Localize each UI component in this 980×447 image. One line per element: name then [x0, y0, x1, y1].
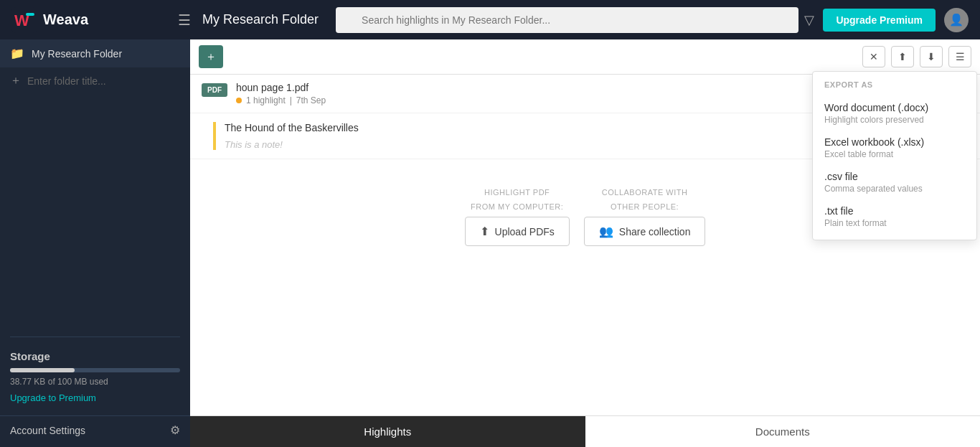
storage-label: Storage	[10, 350, 180, 362]
export-csv-item[interactable]: .csv file Comma separated values	[813, 165, 976, 199]
download-cloud-button[interactable]: ⬇	[920, 46, 943, 67]
export-csv-title: .csv file	[824, 171, 965, 182]
upload-pdfs-button[interactable]: ⬆ Upload PDFs	[465, 217, 570, 246]
export-dropdown: EXPORT AS Word document (.docx) Highligh…	[812, 71, 977, 240]
storage-bar-fill	[10, 368, 75, 372]
upload-label-line1: HIGHLIGHT PDF	[465, 188, 570, 197]
export-txt-subtitle: Plain text format	[824, 218, 965, 228]
add-doc-icon: ＋	[205, 50, 217, 65]
search-input[interactable]	[336, 7, 798, 33]
export-excel-item[interactable]: Excel workbook (.xlsx) Excel table forma…	[813, 131, 976, 165]
upload-pdf-group: HIGHLIGHT PDF FROM MY COMPUTER: ⬆ Upload…	[465, 188, 570, 246]
export-txt-item[interactable]: .txt file Plain text format	[813, 199, 976, 234]
logo-area: W Weava	[11, 7, 169, 33]
action-buttons-row: HIGHLIGHT PDF FROM MY COMPUTER: ⬆ Upload…	[465, 188, 706, 246]
export-header: EXPORT AS	[813, 80, 976, 96]
page-title: My Research Folder	[202, 12, 319, 27]
upgrade-premium-button[interactable]: Upgrade Premium	[823, 9, 936, 32]
top-bar: W Weava ☰ My Research Folder 🔍 ▽ Upgrade…	[0, 0, 980, 39]
highlight-dot	[236, 98, 242, 103]
upload-cloud-icon: ⬆	[898, 51, 907, 62]
pdf-badge: PDF	[202, 83, 227, 97]
gear-icon[interactable]: ⚙	[170, 423, 180, 437]
sort-button[interactable]: ☰	[948, 46, 971, 67]
upload-pdfs-label: Upload PDFs	[495, 226, 555, 237]
export-txt-title: .txt file	[824, 205, 965, 217]
share-collection-icon: 👥	[599, 225, 613, 238]
content-area: ＋ ✕ ⬆ ⬇ ☰ EXPORT AS Word document (.docx…	[190, 39, 980, 447]
share-collection-label: Share collection	[619, 226, 691, 237]
export-excel-title: Excel workbook (.xlsx)	[824, 136, 965, 148]
share-collection-button[interactable]: 👥 Share collection	[584, 217, 706, 246]
sidebar-item-my-research-folder[interactable]: 📁 My Research Folder	[0, 39, 190, 67]
upload-label-line2: FROM MY COMPUTER:	[465, 202, 570, 211]
upload-cloud-button[interactable]: ⬆	[891, 46, 914, 67]
add-folder-row[interactable]: ＋	[0, 67, 190, 94]
share-label-line2: OTHER PEOPLE:	[584, 202, 706, 211]
avatar: 👤	[944, 8, 969, 32]
sort-icon: ☰	[956, 51, 965, 62]
close-icon: ✕	[870, 51, 878, 62]
add-folder-icon: ＋	[10, 73, 22, 88]
app-name: Weava	[43, 11, 88, 28]
bottom-tabs: Highlights Documents	[190, 415, 980, 447]
main-layout: 📁 My Research Folder ＋ Storage 38.77 KB …	[0, 39, 980, 447]
sidebar: 📁 My Research Folder ＋ Storage 38.77 KB …	[0, 39, 190, 447]
download-cloud-icon: ⬇	[927, 51, 936, 62]
storage-used-text: 38.77 KB of 100 MB used	[10, 377, 180, 387]
export-excel-subtitle: Excel table format	[824, 149, 965, 159]
export-word-title: Word document (.docx)	[824, 102, 965, 113]
sidebar-spacer	[0, 94, 190, 331]
upload-pdfs-icon: ⬆	[480, 225, 489, 238]
account-settings-label: Account Settings	[10, 425, 85, 436]
doc-date: 7th Sep	[296, 95, 326, 105]
sidebar-folder-name: My Research Folder	[32, 48, 122, 60]
filter-icon[interactable]: ▽	[804, 12, 814, 28]
sidebar-divider	[10, 337, 180, 337]
weava-logo-icon: W	[11, 7, 37, 33]
add-document-button[interactable]: ＋	[199, 45, 223, 68]
export-word-item[interactable]: Word document (.docx) Highlight colors p…	[813, 96, 976, 131]
share-label-line1: COLLABORATE WITH	[584, 188, 706, 197]
svg-rect-2	[26, 13, 34, 16]
hamburger-button[interactable]: ☰	[178, 11, 191, 29]
close-toolbar-button[interactable]: ✕	[862, 46, 885, 67]
export-word-subtitle: Highlight colors preserved	[824, 115, 965, 125]
tab-highlights[interactable]: Highlights	[190, 416, 585, 447]
content-toolbar: ＋ ✕ ⬆ ⬇ ☰ EXPORT AS Word document (.docx…	[190, 39, 980, 75]
highlight-count: 1 highlight	[246, 95, 286, 105]
tab-documents[interactable]: Documents	[585, 416, 981, 447]
folder-icon: 📁	[10, 47, 24, 60]
doc-date-separator: |	[290, 95, 292, 105]
upgrade-to-premium-link[interactable]: Upgrade to Premium	[10, 392, 96, 403]
search-wrapper: 🔍 ▽	[336, 7, 814, 33]
storage-bar-background	[10, 368, 180, 372]
account-settings-row[interactable]: Account Settings ⚙	[0, 415, 190, 447]
share-collection-group: COLLABORATE WITH OTHER PEOPLE: 👥 Share c…	[584, 188, 706, 246]
storage-section: Storage 38.77 KB of 100 MB used Upgrade …	[0, 343, 190, 415]
add-folder-input[interactable]	[27, 75, 180, 87]
export-csv-subtitle: Comma separated values	[824, 184, 965, 194]
